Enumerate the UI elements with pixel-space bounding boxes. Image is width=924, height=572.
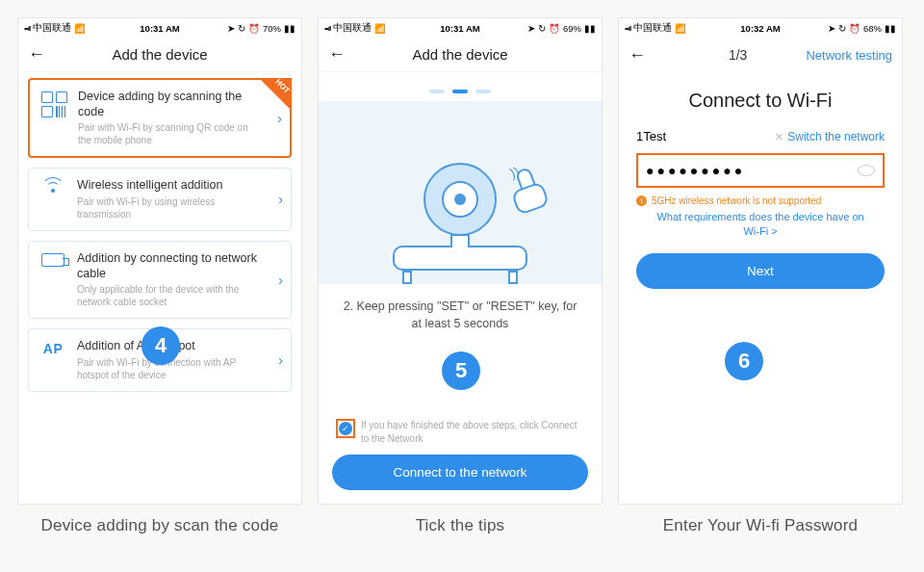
chevron-right-icon: ›	[278, 192, 283, 207]
nav-icon: ➤	[227, 23, 235, 34]
ethernet-icon	[41, 253, 64, 267]
phone-screen-3: ••ıll中国联通📶 10:32 AM ➤↻⏰68%▮▮ ← 1/3 Netwo…	[618, 17, 903, 505]
status-bar: ••ıll中国联通📶 10:31 AM ➤↻⏰70%▮▮	[18, 18, 301, 38]
status-bar: ••ıll中国联通📶 10:32 AM ➤↻⏰68%▮▮	[619, 18, 902, 38]
clock: 10:31 AM	[140, 23, 179, 34]
nav-icon: ➤	[527, 23, 535, 34]
ssid-name: 1Test	[636, 129, 666, 143]
instruction-text: 2. Keep pressing "SET" or "RESET" key, f…	[319, 284, 602, 332]
option-subtitle: Only applicable for the device with the …	[77, 283, 262, 308]
carrier: 中国联通	[633, 22, 672, 35]
ap-icon: AP	[43, 341, 63, 356]
step-badge-4: 4	[141, 326, 180, 365]
navbar: ← 1/3 Network testing	[619, 38, 902, 72]
caption-2: Tick the tips	[318, 516, 603, 535]
carrier: 中国联通	[33, 22, 71, 35]
battery-icon: ▮▮	[284, 23, 295, 34]
next-button[interactable]: Next	[636, 253, 885, 289]
back-icon[interactable]: ←	[629, 45, 646, 65]
confirm-text: If you have finished the above steps, cl…	[361, 419, 584, 445]
navbar: ← Add the device	[319, 38, 602, 72]
signal-icon: ••ıll	[324, 24, 330, 33]
wifi-icon: 📶	[74, 23, 86, 34]
device-add-options: HOT Device adding by scanning the code P…	[18, 72, 301, 398]
confirm-checkbox-row[interactable]: ✓ If you have finished the above steps, …	[332, 419, 588, 455]
network-testing-link[interactable]: Network testing	[806, 48, 892, 63]
caption-1: Device adding by scan the code	[17, 516, 302, 535]
carrier: 中国联通	[333, 22, 372, 35]
phone-screen-2: ••ıll中国联通📶 10:31 AM ➤↻⏰69%▮▮ ← Add the d…	[318, 17, 603, 505]
alarm-icon: ⏰	[549, 23, 560, 34]
battery-icon: ▮▮	[885, 23, 896, 34]
captions-row: Device adding by scan the code Tick the …	[0, 512, 924, 535]
warning-text: ! 5GHz wireless network is not supported	[636, 188, 885, 210]
navbar: ← Add the device	[18, 38, 301, 72]
chevron-right-icon: ›	[278, 273, 283, 288]
option-title: Addition by connecting to network cable	[77, 251, 262, 281]
eye-icon[interactable]	[858, 165, 875, 176]
wifi-requirements-link[interactable]: What requirements does the device have o…	[636, 210, 885, 253]
sync-icon: ↻	[538, 23, 546, 34]
chevron-right-icon: ›	[277, 111, 282, 126]
option-title: Wireless intelligent addition	[77, 178, 262, 194]
wifi-icon: 📶	[374, 23, 386, 34]
signal-icon: ••ıll	[625, 24, 630, 33]
clock: 10:31 AM	[440, 23, 479, 34]
progress-dots	[319, 72, 602, 101]
option-network-cable[interactable]: Addition by connecting to network cable …	[28, 241, 292, 319]
option-title: Device adding by scanning the code	[78, 90, 261, 119]
step-indicator: 1/3	[729, 47, 747, 63]
wifi-icon	[42, 180, 64, 195]
ssid-row: 1Test ✕Switch the network	[636, 129, 885, 143]
wifi-icon: 📶	[675, 23, 686, 34]
option-subtitle: Pair with Wi-Fi by using wireless transm…	[77, 195, 262, 221]
warning-icon: !	[636, 195, 647, 206]
phone-screen-1: ••ıll中国联通📶 10:31 AM ➤↻⏰70%▮▮ ← Add the d…	[17, 17, 302, 505]
page-title: Add the device	[412, 46, 507, 63]
hand-press-icon: ))	[508, 169, 551, 217]
alarm-icon: ⏰	[849, 23, 860, 34]
alarm-icon: ⏰	[248, 23, 260, 34]
qr-icon	[41, 91, 67, 117]
sync-icon: ↻	[838, 23, 846, 34]
battery-pct: 69%	[563, 23, 581, 34]
step-badge-6: 6	[725, 342, 763, 380]
back-icon[interactable]: ←	[328, 44, 346, 65]
option-scan-code[interactable]: HOT Device adding by scanning the code P…	[28, 78, 292, 158]
switch-network-link[interactable]: ✕Switch the network	[775, 129, 885, 143]
option-wireless[interactable]: Wireless intelligent addition Pair with …	[28, 168, 292, 231]
signal-icon: ••ıll	[24, 24, 30, 33]
battery-icon: ▮▮	[584, 23, 596, 34]
page-title: Connect to Wi-Fi	[636, 80, 885, 129]
back-icon[interactable]: ←	[28, 44, 45, 65]
sync-icon: ↻	[238, 23, 245, 34]
password-value: ●●●●●●●●●	[646, 163, 745, 178]
page-title: Add the device	[112, 46, 207, 63]
nav-icon: ➤	[828, 23, 835, 34]
hot-badge: HOT	[259, 78, 292, 111]
chevron-right-icon: ›	[278, 352, 283, 368]
password-input[interactable]: ●●●●●●●●●	[636, 153, 885, 188]
battery-pct: 70%	[263, 23, 281, 34]
camera-illustration: ))	[319, 101, 602, 284]
connect-network-button[interactable]: Connect to the network	[332, 455, 588, 490]
clock: 10:32 AM	[740, 23, 780, 34]
caption-3: Enter Your Wi-fi Password	[618, 516, 903, 535]
step-badge-5: 5	[442, 351, 480, 390]
status-bar: ••ıll中国联通📶 10:31 AM ➤↻⏰69%▮▮	[319, 18, 602, 38]
check-icon: ✓	[339, 422, 352, 435]
close-icon: ✕	[775, 131, 783, 143]
option-subtitle: Pair with Wi-Fi by scanning QR code on t…	[78, 121, 261, 146]
battery-pct: 68%	[863, 23, 882, 34]
